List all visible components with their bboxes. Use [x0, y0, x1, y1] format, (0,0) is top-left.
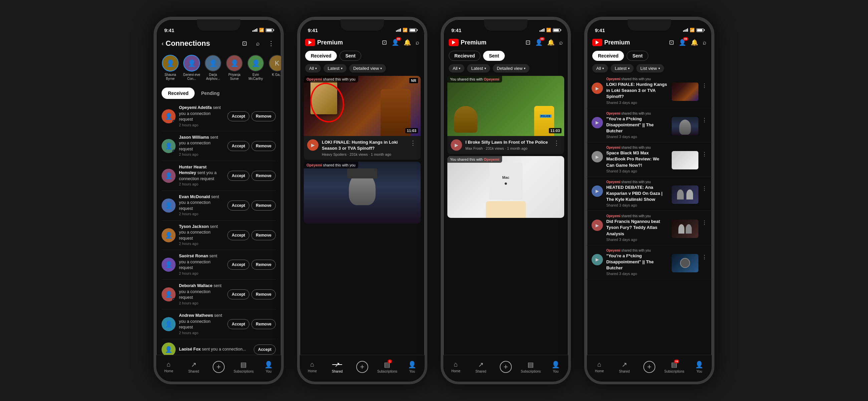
nav-home[interactable]: ⌂ Home — [159, 361, 179, 373]
avatar-genevieve[interactable]: 👤 Genevi-eve Con... — [183, 55, 200, 81]
more-button[interactable]: ⋮ — [702, 185, 707, 192]
search-icon[interactable]: ⌕ — [703, 39, 706, 46]
account-icon[interactable]: 👤99 — [392, 39, 399, 46]
tab-sent[interactable]: Sent — [340, 51, 361, 61]
avatar-shauna[interactable]: 👤 Shauna Byrne — [162, 55, 179, 81]
nav-you[interactable]: 👤 You — [402, 361, 422, 373]
more-button[interactable]: ⋮ — [702, 254, 707, 260]
nav-subscriptions[interactable]: ▤99 Subscriptions — [664, 361, 684, 373]
tab-sent[interactable]: Sent — [483, 51, 504, 61]
nav-add[interactable]: + — [352, 361, 372, 373]
watch-face — [672, 254, 699, 273]
remove-button[interactable]: Remove — [251, 289, 276, 299]
filter-latest[interactable]: Latest ▾ — [323, 64, 346, 73]
video-info: ▶ LOKI FINALE: Hunting Kangs in Loki Sea… — [304, 136, 421, 160]
more-button[interactable]: ⋮ — [702, 151, 707, 157]
wifi-icon: 📶 — [259, 28, 264, 32]
tab-sent[interactable]: Sent — [627, 51, 648, 61]
yt-header-3: Premium ⊡ 👤99 🔔 ⌕ — [443, 36, 568, 49]
yt-logo: Premium — [305, 39, 343, 46]
filter-all[interactable]: All ▾ — [592, 64, 608, 73]
nav-you[interactable]: 👤 You — [546, 361, 566, 373]
filter-all[interactable]: All ▾ — [305, 64, 321, 73]
accept-button[interactable]: Accept — [227, 260, 249, 270]
avatar-row: 👤 Shauna Byrne 👤 Genevi-eve Con... 👤 Dar… — [156, 51, 281, 85]
wifi-icon: 📶 — [690, 28, 695, 32]
cast-button[interactable]: ⊡ — [240, 39, 249, 48]
bell-icon[interactable]: 🔔 — [691, 39, 698, 46]
accept-button[interactable]: Accept — [227, 111, 249, 121]
cast-icon[interactable]: ⊡ — [382, 39, 387, 46]
filter-view[interactable]: Detailed view ▾ — [349, 64, 386, 73]
tab-received[interactable]: Received — [592, 51, 624, 61]
nav-add[interactable]: + — [209, 361, 229, 373]
remove-button[interactable]: Remove — [251, 260, 276, 270]
remove-button[interactable]: Remove — [251, 111, 276, 121]
channel-avatar: ▶ — [592, 185, 603, 197]
remove-button[interactable]: Remove — [251, 319, 276, 329]
nav-home[interactable]: ⌂ Home — [589, 361, 609, 373]
debate-figures — [672, 185, 699, 204]
search-icon[interactable]: ⌕ — [559, 39, 563, 46]
bell-icon[interactable]: 🔔 — [404, 39, 411, 46]
more-button[interactable]: ⋮ — [702, 117, 707, 123]
nav-shared[interactable]: ↗ Shared — [614, 361, 634, 373]
nav-subscriptions[interactable]: ▤ Subscriptions — [521, 361, 541, 373]
avatar-darja[interactable]: 👤 Darja Ariphov... — [204, 55, 222, 81]
filter-all[interactable]: All ▾ — [449, 64, 464, 73]
tab-received[interactable]: Received — [162, 88, 195, 99]
subscriptions-icon: ▤99 — [671, 361, 677, 369]
more-button[interactable]: ⋮ — [702, 220, 707, 226]
nav-add[interactable]: + — [639, 361, 659, 373]
more-button[interactable]: ⋮ — [702, 83, 707, 89]
status-time-3: 9:41 — [452, 27, 461, 33]
remove-button[interactable]: Remove — [251, 200, 276, 210]
tab-received[interactable]: Recieved — [449, 51, 480, 61]
police-text: POLICE — [540, 115, 552, 118]
filter-view[interactable]: Detailed view ▾ — [493, 64, 529, 73]
nav-subscriptions[interactable]: ▤ Subscriptions — [234, 361, 254, 373]
filter-latest[interactable]: Latest ▾ — [467, 64, 490, 73]
status-bar-1: 9:41 📶 — [156, 19, 281, 36]
cast-icon[interactable]: ⊡ — [525, 39, 530, 46]
filter-view[interactable]: List view ▾ — [636, 64, 664, 73]
remove-button[interactable]: Remove — [251, 141, 276, 151]
cast-icon[interactable]: ⊡ — [669, 39, 674, 46]
more-button[interactable]: ⋮ — [409, 139, 417, 156]
account-icon[interactable]: 👤99 — [679, 39, 686, 46]
nav-shared[interactable]: ↗ Shared — [327, 361, 347, 373]
avatar-k[interactable]: K K Ga... — [269, 55, 281, 81]
nav-you[interactable]: 👤 You — [259, 361, 279, 373]
search-icon[interactable]: ⌕ — [416, 39, 419, 46]
you-icon: 👤 — [695, 361, 704, 369]
back-button[interactable]: ‹ Connections — [162, 39, 210, 48]
nav-add[interactable]: + — [496, 361, 516, 373]
filter-latest[interactable]: Latest ▾ — [611, 64, 633, 73]
tab-received[interactable]: Received — [305, 51, 337, 61]
accept-button[interactable]: Accept — [227, 171, 249, 181]
account-icon[interactable]: 👤99 — [535, 39, 542, 46]
tab-pending[interactable]: Pending — [195, 88, 226, 99]
accept-button[interactable]: Accept — [227, 141, 249, 151]
accept-button[interactable]: Accept — [227, 200, 249, 210]
accept-button[interactable]: Accept — [227, 319, 249, 329]
search-button[interactable]: ⌕ — [253, 39, 262, 48]
nav-subscriptions[interactable]: ▤1 Subscriptions — [377, 361, 397, 373]
accept-button[interactable]: Accept — [227, 230, 249, 240]
nav-shared[interactable]: ↗ Shared — [471, 361, 491, 373]
more-button[interactable]: ⋮ — [267, 39, 276, 48]
avatar-evin[interactable]: 👤 Evin McCarthy — [247, 55, 265, 81]
nav-shared[interactable]: ↗ Shared — [184, 361, 204, 373]
bell-icon[interactable]: 🔔 — [547, 39, 555, 46]
nav-home[interactable]: ⌂ Home — [302, 361, 322, 373]
accept-button[interactable]: Accept — [254, 345, 276, 354]
filter-row-2: All ▾ Latest ▾ Detailed view ▾ — [300, 63, 425, 74]
nav-home[interactable]: ⌂ Home — [446, 361, 466, 373]
nav-you[interactable]: 👤 You — [689, 361, 709, 373]
remove-button[interactable]: Remove — [251, 230, 276, 240]
avatar-image: 👤 — [226, 55, 243, 71]
avatar-priyanja[interactable]: 👤 Priyanja Surve — [226, 55, 243, 81]
remove-button[interactable]: Remove — [251, 171, 276, 181]
accept-button[interactable]: Accept — [227, 289, 249, 299]
more-button[interactable]: ⋮ — [552, 139, 561, 151]
